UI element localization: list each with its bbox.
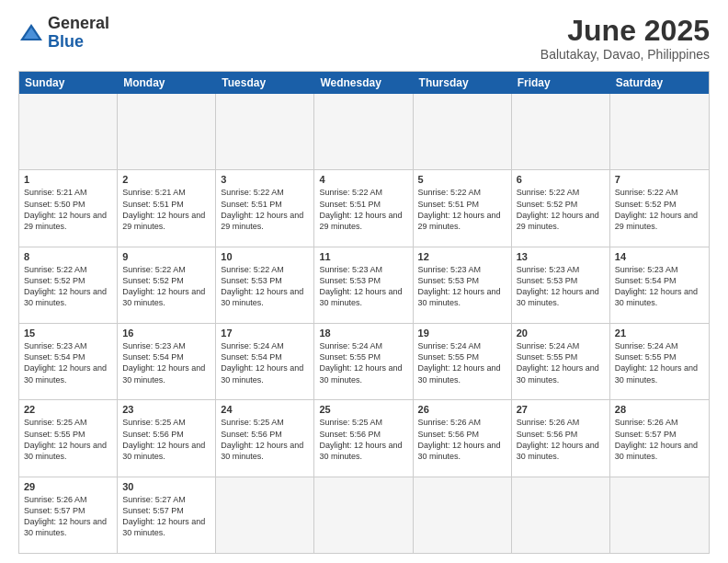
cell-info: Sunrise: 5:24 AMSunset: 5:55 PMDaylight:… [517, 340, 605, 385]
cell-info: Sunrise: 5:23 AMSunset: 5:54 PMDaylight:… [122, 340, 210, 385]
calendar-body: 1Sunrise: 5:21 AMSunset: 5:50 PMDaylight… [19, 94, 709, 553]
calendar-cell: 5Sunrise: 5:22 AMSunset: 5:51 PMDaylight… [414, 170, 512, 246]
calendar-week-6: 29Sunrise: 5:26 AMSunset: 5:57 PMDayligh… [19, 477, 709, 553]
calendar-cell [414, 94, 512, 169]
calendar-cell [216, 94, 314, 169]
cell-info: Sunrise: 5:27 AMSunset: 5:57 PMDaylight:… [122, 494, 210, 539]
cell-info: Sunrise: 5:21 AMSunset: 5:50 PMDaylight:… [24, 187, 112, 232]
cell-info: Sunrise: 5:22 AMSunset: 5:51 PMDaylight:… [319, 187, 407, 232]
calendar-week-3: 8Sunrise: 5:22 AMSunset: 5:52 PMDaylight… [19, 247, 709, 324]
cell-info: Sunrise: 5:26 AMSunset: 5:56 PMDaylight:… [517, 417, 605, 462]
logo-text: General Blue [48, 15, 109, 52]
calendar-cell: 11Sunrise: 5:23 AMSunset: 5:53 PMDayligh… [314, 247, 413, 323]
day-number: 16 [122, 327, 210, 339]
day-number: 11 [319, 251, 407, 262]
calendar-cell: 10Sunrise: 5:22 AMSunset: 5:53 PMDayligh… [216, 247, 314, 323]
calendar-cell: 9Sunrise: 5:22 AMSunset: 5:52 PMDaylight… [118, 247, 216, 323]
day-number: 17 [221, 327, 309, 339]
day-number: 8 [24, 251, 112, 262]
calendar-cell: 30Sunrise: 5:27 AMSunset: 5:57 PMDayligh… [118, 477, 216, 553]
calendar-cell [314, 477, 413, 553]
calendar-cell: 15Sunrise: 5:23 AMSunset: 5:54 PMDayligh… [19, 324, 118, 399]
day-number: 23 [122, 404, 210, 415]
calendar-cell: 16Sunrise: 5:23 AMSunset: 5:54 PMDayligh… [118, 324, 216, 399]
header-monday: Monday [118, 72, 216, 94]
cell-info: Sunrise: 5:21 AMSunset: 5:51 PMDaylight:… [122, 187, 210, 232]
cell-info: Sunrise: 5:24 AMSunset: 5:54 PMDaylight:… [221, 340, 309, 385]
header-tuesday: Tuesday [216, 72, 314, 94]
calendar-cell [118, 94, 216, 169]
calendar-cell: 24Sunrise: 5:25 AMSunset: 5:56 PMDayligh… [216, 400, 314, 476]
cell-info: Sunrise: 5:25 AMSunset: 5:56 PMDaylight:… [221, 417, 309, 462]
day-number: 14 [615, 251, 704, 262]
day-number: 18 [319, 327, 407, 339]
calendar-cell [610, 477, 709, 553]
month-year-title: June 2025 [540, 15, 710, 47]
calendar-week-1 [19, 94, 709, 170]
cell-info: Sunrise: 5:24 AMSunset: 5:55 PMDaylight:… [319, 340, 407, 385]
calendar-cell [314, 94, 413, 169]
cell-info: Sunrise: 5:24 AMSunset: 5:55 PMDaylight:… [615, 340, 704, 385]
header-sunday: Sunday [19, 72, 118, 94]
day-number: 30 [122, 481, 210, 492]
title-area: June 2025 Balutakay, Davao, Philippines [540, 15, 710, 62]
day-number: 22 [24, 404, 112, 415]
calendar-cell: 23Sunrise: 5:25 AMSunset: 5:56 PMDayligh… [118, 400, 216, 476]
calendar-cell: 20Sunrise: 5:24 AMSunset: 5:55 PMDayligh… [512, 324, 610, 399]
calendar-cell: 2Sunrise: 5:21 AMSunset: 5:51 PMDaylight… [118, 170, 216, 246]
header-thursday: Thursday [414, 72, 512, 94]
page: General Blue June 2025 Balutakay, Davao,… [0, 0, 728, 563]
logo-icon [18, 20, 44, 46]
day-number: 25 [319, 404, 407, 415]
cell-info: Sunrise: 5:23 AMSunset: 5:54 PMDaylight:… [615, 264, 704, 309]
calendar-cell: 17Sunrise: 5:24 AMSunset: 5:54 PMDayligh… [216, 324, 314, 399]
header-saturday: Saturday [610, 72, 709, 94]
day-number: 29 [24, 481, 112, 492]
day-number: 27 [517, 404, 605, 415]
calendar-cell: 12Sunrise: 5:23 AMSunset: 5:53 PMDayligh… [414, 247, 512, 323]
day-number: 20 [517, 327, 605, 339]
header: General Blue June 2025 Balutakay, Davao,… [18, 15, 710, 62]
calendar-cell: 8Sunrise: 5:22 AMSunset: 5:52 PMDaylight… [19, 247, 118, 323]
calendar-cell: 27Sunrise: 5:26 AMSunset: 5:56 PMDayligh… [512, 400, 610, 476]
calendar-cell: 6Sunrise: 5:22 AMSunset: 5:52 PMDaylight… [512, 170, 610, 246]
cell-info: Sunrise: 5:25 AMSunset: 5:56 PMDaylight:… [122, 417, 210, 462]
calendar: Sunday Monday Tuesday Wednesday Thursday… [18, 71, 710, 554]
day-number: 3 [221, 174, 309, 185]
calendar-cell: 29Sunrise: 5:26 AMSunset: 5:57 PMDayligh… [19, 477, 118, 553]
logo-blue-text: Blue [48, 33, 109, 52]
calendar-cell: 26Sunrise: 5:26 AMSunset: 5:56 PMDayligh… [414, 400, 512, 476]
logo-general-text: General [48, 15, 109, 33]
calendar-cell [610, 94, 709, 169]
day-number: 15 [24, 327, 112, 339]
cell-info: Sunrise: 5:22 AMSunset: 5:52 PMDaylight:… [615, 187, 704, 232]
day-number: 28 [615, 404, 704, 415]
day-number: 7 [615, 174, 704, 185]
day-number: 4 [319, 174, 407, 185]
calendar-cell: 28Sunrise: 5:26 AMSunset: 5:57 PMDayligh… [610, 400, 709, 476]
calendar-cell [19, 94, 118, 169]
calendar-cell: 4Sunrise: 5:22 AMSunset: 5:51 PMDaylight… [314, 170, 413, 246]
cell-info: Sunrise: 5:26 AMSunset: 5:56 PMDaylight:… [418, 417, 506, 462]
calendar-cell [512, 94, 610, 169]
day-number: 19 [418, 327, 506, 339]
day-number: 13 [517, 251, 605, 262]
calendar-header: Sunday Monday Tuesday Wednesday Thursday… [19, 72, 709, 94]
cell-info: Sunrise: 5:23 AMSunset: 5:53 PMDaylight:… [517, 264, 605, 309]
calendar-cell [512, 477, 610, 553]
calendar-week-4: 15Sunrise: 5:23 AMSunset: 5:54 PMDayligh… [19, 324, 709, 400]
calendar-week-2: 1Sunrise: 5:21 AMSunset: 5:50 PMDaylight… [19, 170, 709, 247]
cell-info: Sunrise: 5:26 AMSunset: 5:57 PMDaylight:… [24, 494, 112, 539]
calendar-week-5: 22Sunrise: 5:25 AMSunset: 5:55 PMDayligh… [19, 400, 709, 477]
cell-info: Sunrise: 5:23 AMSunset: 5:54 PMDaylight:… [24, 340, 112, 385]
day-number: 26 [418, 404, 506, 415]
cell-info: Sunrise: 5:24 AMSunset: 5:55 PMDaylight:… [418, 340, 506, 385]
cell-info: Sunrise: 5:22 AMSunset: 5:52 PMDaylight:… [122, 264, 210, 309]
day-number: 1 [24, 174, 112, 185]
day-number: 6 [517, 174, 605, 185]
calendar-cell [414, 477, 512, 553]
cell-info: Sunrise: 5:22 AMSunset: 5:52 PMDaylight:… [517, 187, 605, 232]
cell-info: Sunrise: 5:23 AMSunset: 5:53 PMDaylight:… [418, 264, 506, 309]
day-number: 9 [122, 251, 210, 262]
calendar-cell: 7Sunrise: 5:22 AMSunset: 5:52 PMDaylight… [610, 170, 709, 246]
